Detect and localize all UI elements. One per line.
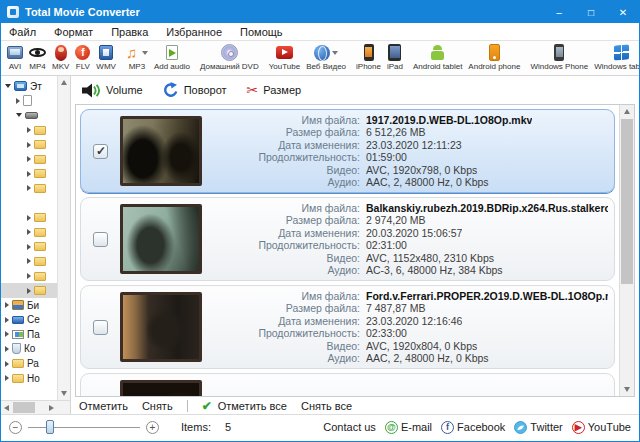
libraries-icon <box>12 300 24 310</box>
expand-arrow-icon[interactable] <box>16 98 20 104</box>
scroll-down-icon[interactable] <box>61 391 67 396</box>
expand-arrow-icon[interactable] <box>27 156 31 162</box>
facebook-link[interactable]: f Facebook <box>441 421 505 434</box>
menu-help[interactable]: Помощь <box>240 26 283 38</box>
avi-icon <box>7 46 23 59</box>
expand-arrow-icon[interactable] <box>27 171 31 177</box>
menu-file[interactable]: Файл <box>9 26 36 38</box>
field-label: Дата изменения: <box>208 227 366 240</box>
scrollbar-thumb[interactable] <box>13 402 35 413</box>
youtube-link[interactable]: ▶ YouTube <box>572 421 631 434</box>
zoom-in-button[interactable]: + <box>146 421 159 434</box>
scroll-down-icon[interactable] <box>624 387 630 392</box>
window-title: Total Movie Converter <box>25 6 140 18</box>
toolbar-button-домашний-dvd[interactable]: Домашний DVD <box>197 41 262 75</box>
email-link[interactable]: @ E-mail <box>385 421 432 434</box>
expand-arrow-icon[interactable] <box>5 317 9 323</box>
collapse-arrow-icon[interactable] <box>5 84 11 88</box>
toolbar-group: Домашний DVD <box>197 41 262 75</box>
toolbar-button-avi[interactable]: AVI <box>4 41 26 75</box>
toolbar-group: Android tabletAndroid phone <box>410 41 523 75</box>
toolbar-button-ipad[interactable]: iPad <box>384 41 406 75</box>
twitter-link[interactable]: Twitter <box>514 421 562 434</box>
expand-arrow-icon[interactable] <box>27 244 31 250</box>
list-vertical-scrollbar[interactable] <box>619 105 634 396</box>
expand-arrow-icon[interactable] <box>5 361 9 367</box>
unmark-all-button[interactable]: Снять все <box>301 400 352 412</box>
scroll-left-icon[interactable] <box>4 405 9 411</box>
expand-arrow-icon[interactable] <box>27 142 31 148</box>
file-row[interactable]: Имя файла:1917.2019.D.WEB-DL.1O8Op.mkv Р… <box>80 109 615 193</box>
expand-arrow-icon[interactable] <box>27 185 31 191</box>
menu-edit[interactable]: Правка <box>111 26 148 38</box>
expand-arrow-icon[interactable] <box>27 258 31 264</box>
expand-arrow-icon[interactable] <box>27 127 31 133</box>
expand-arrow-icon[interactable] <box>5 346 9 352</box>
toolbar-button-youtube[interactable]: YouTube <box>266 41 303 75</box>
expand-arrow-icon[interactable] <box>5 302 9 308</box>
file-row[interactable]: Имя файла:Ford.v.Ferrari.PROPER.2O19.D.W… <box>80 285 615 369</box>
scroll-right-icon[interactable] <box>49 405 54 411</box>
chevron-down-icon[interactable] <box>142 51 148 55</box>
menu-format[interactable]: Формат <box>54 26 93 38</box>
volume-button[interactable]: Volume <box>81 83 143 98</box>
close-button[interactable]: ✕ <box>607 1 639 23</box>
content-area: ЭтБиСеПаКоРаНо Volume <box>1 76 639 414</box>
collapse-arrow-icon[interactable] <box>16 113 22 117</box>
minimize-button[interactable]: – <box>543 1 575 23</box>
expand-arrow-icon[interactable] <box>5 375 9 381</box>
status-bar: − + Items: 5 Contact us @ E-mail f Faceb… <box>1 414 639 439</box>
expand-arrow-icon[interactable] <box>27 229 31 235</box>
chevron-down-icon[interactable] <box>332 51 338 55</box>
tree-horizontal-scrollbar[interactable] <box>1 400 70 414</box>
scroll-up-icon[interactable] <box>61 80 67 85</box>
folder-icon <box>34 126 46 135</box>
toolbar-button-mp3[interactable]: MP3 <box>123 41 151 75</box>
toolbar-button-android-phone[interactable]: Android phone <box>465 41 523 75</box>
scrollbar-thumb[interactable] <box>621 119 633 284</box>
row-checkbox[interactable] <box>93 144 108 159</box>
toolbar-button-wmv[interactable]: WMV <box>93 41 119 75</box>
zoom-out-button[interactable]: − <box>9 421 22 434</box>
toolbar-button-windows-tablet[interactable]: Windows tablet <box>591 41 640 75</box>
scroll-up-icon[interactable] <box>624 109 630 114</box>
expand-arrow-icon[interactable] <box>27 215 31 221</box>
maximize-button[interactable]: □ <box>575 1 607 23</box>
file-row[interactable]: Имя файла:Balkanskiy.rubezh.2019.BDRip.x… <box>80 197 615 281</box>
file-info: Имя файла:Ford.v.Ferrari.PROPER.2O19.D.W… <box>208 290 608 365</box>
slider-track <box>28 427 140 428</box>
mark-all-button[interactable]: Отметить все <box>218 400 287 412</box>
toolbar-button-mkv[interactable]: MKV <box>49 41 72 75</box>
field-label: Видео: <box>208 340 366 353</box>
menu-favorites[interactable]: Избранное <box>166 26 222 38</box>
actions-toolbar: Volume Поворот ✂ Размер <box>71 76 639 104</box>
computer-icon <box>14 81 27 91</box>
tree-item-label: Ко <box>24 343 35 354</box>
slider-handle[interactable] <box>46 420 54 434</box>
toolbar-button-mp4[interactable]: MP4 <box>26 41 49 75</box>
facebook-icon: f <box>441 421 454 434</box>
toolbar-button-windows-phone[interactable]: Windows Phone <box>527 41 591 75</box>
row-checkbox[interactable] <box>93 320 108 335</box>
toolbar-button-веб-видео[interactable]: Веб Видео <box>303 41 349 75</box>
expand-arrow-icon[interactable] <box>27 288 31 294</box>
file-row[interactable]: Имя файла:Holop.2019.WEB-DLRip-AVC.grab7… <box>80 373 615 396</box>
toolbar-button-flv[interactable]: FLV <box>72 41 93 75</box>
file-video: AVC, 1152x480, 2310 Kbps <box>366 252 494 265</box>
row-checkbox[interactable] <box>93 232 108 247</box>
rotate-button[interactable]: Поворот <box>163 82 227 98</box>
size-button[interactable]: ✂ Размер <box>247 83 302 97</box>
toolbar-button-iphone[interactable]: iPhone <box>353 41 384 75</box>
unmark-button[interactable]: Снять <box>142 400 173 412</box>
expand-arrow-icon[interactable] <box>5 331 9 337</box>
mark-button[interactable]: Отметить <box>79 400 128 412</box>
tree-vertical-scrollbar[interactable] <box>57 76 70 400</box>
tree-item-label: Па <box>27 329 40 340</box>
web-video-icon <box>314 45 330 61</box>
thumbnail-size-slider[interactable] <box>28 420 140 434</box>
toolbar-button-android-tablet[interactable]: Android tablet <box>410 41 465 75</box>
folder-icon <box>12 359 24 368</box>
menu-bar: Файл Формат Правка Избранное Помощь <box>1 23 639 41</box>
toolbar-button-add-audio[interactable]: Add audio <box>151 41 193 75</box>
expand-arrow-icon[interactable] <box>27 273 31 279</box>
